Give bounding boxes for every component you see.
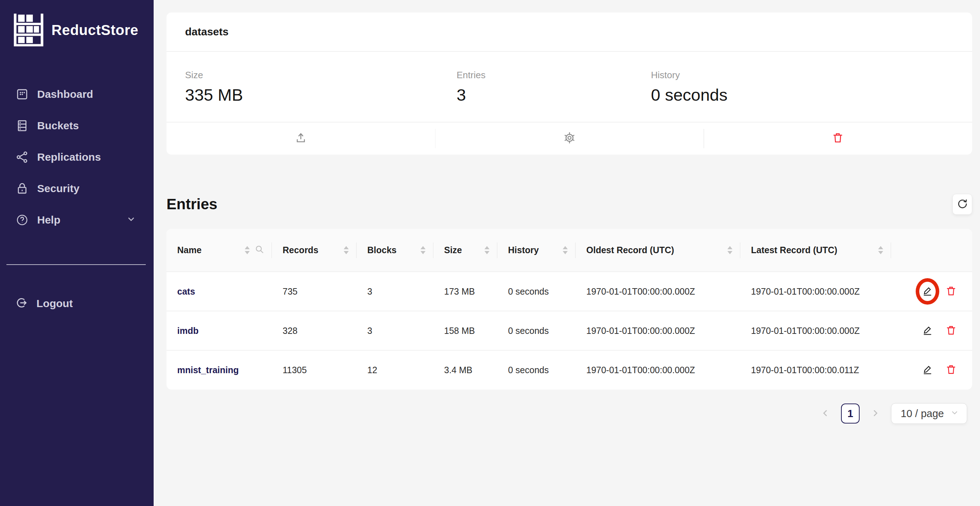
edit-entry-button[interactable] bbox=[922, 364, 933, 376]
table-row: mnist_training 11305 12 3.4 MB 0 seconds… bbox=[167, 350, 972, 390]
delete-trash-icon bbox=[946, 286, 956, 297]
entry-link-imdb[interactable]: imdb bbox=[177, 326, 199, 336]
cell-blocks: 12 bbox=[356, 350, 433, 390]
cell-oldest-record: 1970-01-01T00:00:00.000Z bbox=[576, 272, 740, 311]
upload-icon bbox=[295, 132, 307, 145]
delete-entry-button[interactable] bbox=[946, 286, 956, 297]
column-header-actions bbox=[891, 229, 972, 272]
dashboard-icon bbox=[16, 88, 29, 101]
stat-value: 0 seconds bbox=[651, 85, 956, 105]
sidebar-item-label: Dashboard bbox=[37, 88, 93, 100]
chevron-left-icon bbox=[820, 408, 830, 419]
sidebar-item-security[interactable]: Security bbox=[0, 178, 154, 199]
column-header-name[interactable]: Name bbox=[167, 229, 272, 272]
sidebar-item-dashboard[interactable]: Dashboard bbox=[0, 84, 154, 105]
sidebar-item-label: Security bbox=[37, 182, 79, 195]
column-header-oldest-record[interactable]: Oldest Record (UTC) bbox=[576, 229, 740, 272]
search-icon[interactable] bbox=[255, 244, 264, 256]
bucket-actions bbox=[167, 122, 972, 155]
sort-carets-icon[interactable] bbox=[727, 246, 732, 254]
refresh-button[interactable] bbox=[953, 194, 972, 215]
cell-latest-record: 1970-01-01T00:00:00.000Z bbox=[740, 272, 891, 311]
sort-carets-icon[interactable] bbox=[245, 246, 250, 254]
cell-latest-record: 1970-01-01T00:00:00.011Z bbox=[740, 350, 891, 390]
sidebar-item-replications[interactable]: Replications bbox=[0, 146, 154, 168]
bucket-title: datasets bbox=[185, 26, 229, 38]
entries-table: Name bbox=[167, 229, 972, 390]
cell-size: 3.4 MB bbox=[433, 350, 497, 390]
sort-carets-icon[interactable] bbox=[484, 246, 490, 254]
cell-records: 11305 bbox=[272, 350, 356, 390]
bucket-settings-button[interactable] bbox=[435, 122, 704, 155]
page-size-value: 10 / page bbox=[901, 408, 944, 420]
column-header-blocks[interactable]: Blocks bbox=[356, 229, 433, 272]
page-number-button[interactable]: 1 bbox=[841, 403, 860, 424]
sort-carets-icon[interactable] bbox=[563, 246, 568, 254]
bucket-card-header: datasets bbox=[167, 13, 972, 52]
bucket-delete-button[interactable] bbox=[703, 122, 972, 155]
edit-entry-button[interactable] bbox=[922, 286, 933, 297]
column-header-history[interactable]: History bbox=[497, 229, 576, 272]
column-header-latest-record[interactable]: Latest Record (UTC) bbox=[740, 229, 891, 272]
settings-gear-icon bbox=[563, 132, 576, 145]
delete-trash-icon bbox=[832, 132, 843, 145]
cell-history: 0 seconds bbox=[497, 311, 576, 350]
security-lock-icon bbox=[16, 182, 29, 195]
upload-button[interactable] bbox=[167, 122, 435, 155]
edit-pencil-icon bbox=[922, 364, 933, 376]
sort-carets-icon[interactable] bbox=[344, 246, 349, 254]
pagination: 1 10 / page bbox=[167, 403, 972, 424]
main-content: datasets Size 335 MB Entries 3 History 0… bbox=[154, 0, 980, 506]
sidebar-item-buckets[interactable]: Buckets bbox=[0, 115, 154, 136]
stat-label: History bbox=[651, 70, 956, 81]
sidebar-divider bbox=[6, 264, 146, 265]
column-label: Records bbox=[283, 245, 318, 255]
column-header-records[interactable]: Records bbox=[272, 229, 356, 272]
delete-entry-button[interactable] bbox=[946, 325, 956, 337]
delete-entry-button[interactable] bbox=[946, 364, 956, 376]
reductstore-shelf-icon bbox=[13, 14, 44, 46]
sidebar-item-label: Replications bbox=[37, 151, 101, 163]
cell-history: 0 seconds bbox=[497, 272, 576, 311]
delete-trash-icon bbox=[946, 364, 956, 376]
previous-page-button[interactable] bbox=[820, 408, 830, 419]
stat-value: 3 bbox=[457, 85, 651, 105]
column-label: Size bbox=[444, 245, 462, 255]
bucket-summary-card: datasets Size 335 MB Entries 3 History 0… bbox=[167, 13, 972, 155]
stat-history: History 0 seconds bbox=[651, 70, 956, 105]
replications-icon bbox=[16, 151, 29, 163]
cell-blocks: 3 bbox=[356, 272, 433, 311]
cell-size: 158 MB bbox=[433, 311, 497, 350]
bucket-stats: Size 335 MB Entries 3 History 0 seconds bbox=[167, 52, 972, 122]
sort-carets-icon[interactable] bbox=[878, 246, 883, 254]
cell-oldest-record: 1970-01-01T00:00:00.000Z bbox=[576, 311, 740, 350]
stat-size: Size 335 MB bbox=[185, 70, 457, 105]
delete-trash-icon bbox=[946, 325, 956, 337]
logout-label: Logout bbox=[37, 297, 73, 309]
sidebar-item-help[interactable]: Help bbox=[0, 209, 154, 231]
reload-icon bbox=[957, 198, 968, 210]
entry-link-mnist-training[interactable]: mnist_training bbox=[177, 365, 239, 375]
logout-icon bbox=[16, 297, 28, 310]
edit-pencil-icon bbox=[922, 325, 933, 337]
column-label: Oldest Record (UTC) bbox=[586, 245, 674, 255]
chevron-down-icon bbox=[126, 215, 136, 225]
cell-records: 735 bbox=[272, 272, 356, 311]
edit-entry-button[interactable] bbox=[922, 325, 933, 337]
next-page-button[interactable] bbox=[870, 408, 880, 419]
logout-button[interactable]: Logout bbox=[0, 293, 154, 314]
entries-title: Entries bbox=[167, 196, 217, 213]
column-header-size[interactable]: Size bbox=[433, 229, 497, 272]
column-label: Blocks bbox=[367, 245, 396, 255]
app-root: ReductStore Dashboard bbox=[0, 0, 980, 506]
entries-table-card: Name bbox=[167, 229, 972, 390]
cell-latest-record: 1970-01-01T00:00:00.000Z bbox=[740, 311, 891, 350]
page-size-select[interactable]: 10 / page bbox=[891, 403, 967, 424]
edit-pencil-icon bbox=[922, 286, 933, 297]
brand-name: ReductStore bbox=[51, 22, 138, 38]
entry-link-cats[interactable]: cats bbox=[177, 286, 195, 297]
entries-bar: Entries bbox=[167, 194, 972, 215]
sort-carets-icon[interactable] bbox=[420, 246, 425, 254]
cell-blocks: 3 bbox=[356, 311, 433, 350]
buckets-icon bbox=[16, 119, 29, 132]
